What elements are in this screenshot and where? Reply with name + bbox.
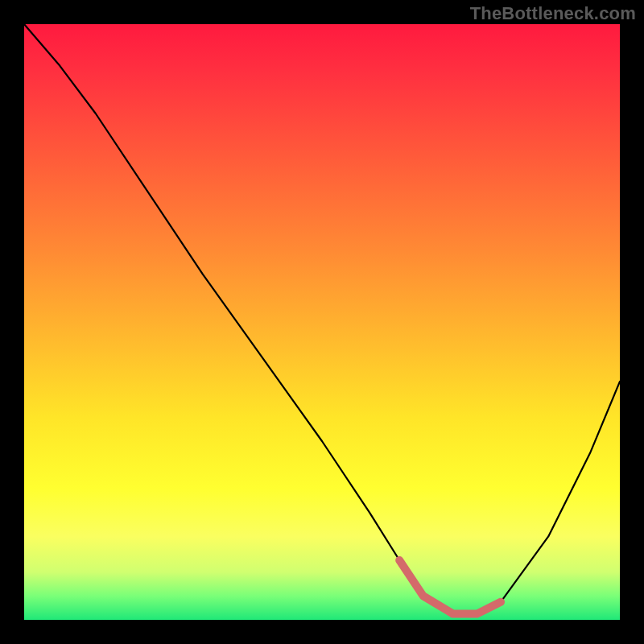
chart-frame: TheBottleneck.com <box>0 0 644 644</box>
watermark-text: TheBottleneck.com <box>470 3 636 24</box>
bottleneck-curve <box>24 24 620 614</box>
plot-area <box>24 24 620 620</box>
curve-layer <box>24 24 620 620</box>
highlight-segment <box>399 560 501 614</box>
